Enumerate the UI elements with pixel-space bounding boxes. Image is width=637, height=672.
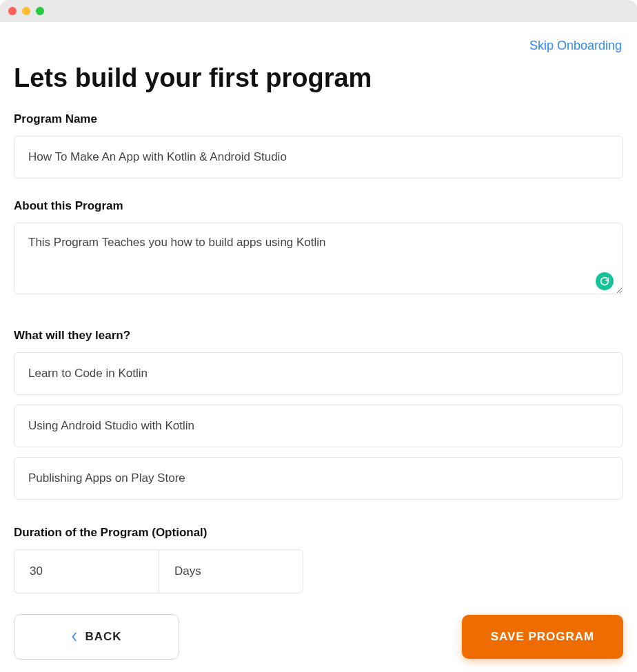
maximize-window-button[interactable] — [36, 7, 44, 15]
learn-label: What will they learn? — [14, 329, 623, 343]
grammarly-icon[interactable] — [596, 272, 614, 290]
learn-list: Learn to Code in Kotlin Using Android St… — [14, 352, 623, 500]
learn-item[interactable]: Using Android Studio with Kotlin — [14, 405, 623, 447]
back-button-label: BACK — [85, 630, 121, 644]
onboarding-form: Skip Onboarding Lets build your first pr… — [0, 22, 637, 672]
duration-value-input[interactable]: 30 — [14, 549, 159, 593]
save-program-button[interactable]: SAVE PROGRAM — [462, 615, 623, 659]
duration-unit-select[interactable]: Days — [159, 549, 303, 593]
minimize-window-button[interactable] — [22, 7, 30, 15]
learn-item[interactable]: Learn to Code in Kotlin — [14, 352, 623, 395]
about-program-textarea[interactable] — [14, 223, 623, 294]
page-title: Lets build your first program — [14, 63, 623, 93]
skip-onboarding-link[interactable]: Skip Onboarding — [529, 39, 622, 53]
learn-item[interactable]: Publishing Apps on Play Store — [14, 457, 623, 500]
close-window-button[interactable] — [8, 7, 17, 15]
back-button[interactable]: BACK — [14, 614, 179, 660]
window-titlebar — [0, 0, 637, 22]
chevron-left-icon — [71, 632, 78, 642]
duration-label: Duration of the Program (Optional) — [14, 526, 623, 540]
about-program-label: About this Program — [14, 199, 623, 213]
program-name-input[interactable] — [14, 136, 623, 179]
program-name-label: Program Name — [14, 112, 623, 126]
